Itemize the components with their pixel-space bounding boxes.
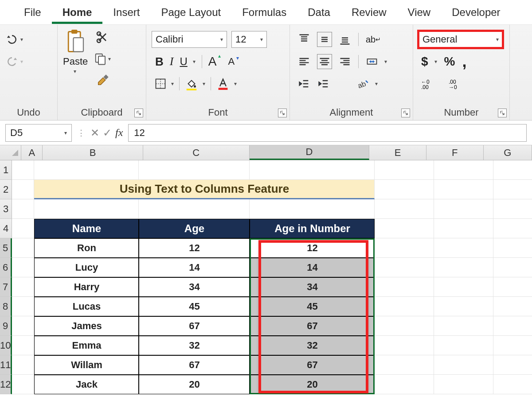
tab-insert[interactable]: Insert [102, 1, 150, 24]
col-header-E[interactable]: E [369, 145, 426, 160]
col-header-B[interactable]: B [43, 145, 143, 160]
borders-icon[interactable] [154, 78, 167, 90]
enter-icon[interactable]: ✓ [103, 127, 112, 139]
tab-data[interactable]: Data [297, 1, 341, 24]
italic-button[interactable]: I [170, 55, 174, 68]
align-right-icon[interactable] [339, 55, 351, 68]
formula-input[interactable]: 12 [128, 124, 527, 142]
row-header-3[interactable]: 3 [0, 199, 12, 219]
percent-icon[interactable]: % [444, 54, 455, 69]
table-cell[interactable]: 67 [139, 316, 250, 336]
format-painter-icon[interactable] [94, 74, 111, 88]
table-cell[interactable]: 45 [139, 297, 250, 316]
table-header-name[interactable]: Name [34, 219, 139, 238]
font-launcher[interactable] [278, 109, 287, 117]
underline-button[interactable]: U [180, 55, 187, 68]
font-color-icon[interactable] [216, 77, 230, 90]
row-header-1[interactable]: 1 [0, 160, 12, 180]
merge-dropdown-icon[interactable]: ▾ [384, 58, 387, 65]
table-cell[interactable]: 45 [250, 297, 375, 316]
copy-icon[interactable] [94, 52, 107, 66]
accounting-dropdown-icon[interactable]: ▾ [434, 58, 437, 65]
increase-indent-icon[interactable] [317, 78, 330, 90]
merge-icon[interactable] [366, 55, 378, 68]
row-header-4[interactable]: 4 [0, 219, 12, 238]
alignment-launcher[interactable] [401, 109, 410, 117]
fill-color-icon[interactable] [185, 77, 198, 90]
row-header-2[interactable]: 2 [0, 180, 12, 199]
wrap-text-icon[interactable]: ab↵ [366, 35, 381, 45]
table-cell[interactable]: Lucas [34, 297, 139, 316]
font-color-dropdown-icon[interactable]: ▾ [234, 81, 237, 87]
table-cell[interactable]: 34 [250, 277, 375, 297]
decrease-font-icon[interactable]: A▾ [228, 56, 235, 67]
orientation-dropdown-icon[interactable]: ▾ [375, 81, 378, 87]
col-header-D[interactable]: D [250, 145, 370, 160]
table-cell[interactable]: Jack [34, 375, 139, 394]
number-launcher[interactable] [498, 109, 507, 117]
orientation-icon[interactable]: ab [356, 78, 369, 90]
table-cell[interactable]: Emma [34, 336, 139, 355]
increase-font-icon[interactable]: A▴ [208, 54, 217, 69]
table-cell[interactable]: 32 [139, 336, 250, 355]
name-box[interactable]: D5 ▾ [5, 124, 72, 142]
tab-file[interactable]: File [13, 1, 52, 24]
table-cell[interactable]: Lucy [34, 258, 139, 277]
col-header-A[interactable]: A [21, 145, 43, 160]
align-top-icon[interactable] [298, 33, 310, 46]
align-middle-icon[interactable] [317, 32, 332, 47]
row-header-11[interactable]: 11 [0, 355, 12, 375]
select-all-corner[interactable] [0, 145, 21, 160]
redo-dropdown-icon[interactable]: ▾ [20, 58, 23, 65]
sheet-title[interactable]: Using Text to Columns Feature [34, 180, 375, 199]
paste-dropdown-icon[interactable]: ▾ [74, 68, 76, 74]
active-cell[interactable]: 12 [250, 238, 375, 258]
table-cell[interactable]: Willam [34, 355, 139, 375]
col-header-F[interactable]: F [426, 145, 484, 160]
table-cell[interactable]: 14 [139, 258, 250, 277]
fx-icon[interactable]: fx [115, 127, 123, 139]
table-cell[interactable]: 32 [250, 336, 375, 355]
tab-home[interactable]: Home [52, 1, 103, 24]
tab-page-layout[interactable]: Page Layout [150, 1, 231, 24]
decrease-decimal-icon[interactable]: .00→0 [449, 78, 466, 90]
row-header-9[interactable]: 9 [0, 316, 12, 336]
cancel-icon[interactable]: ✕ [90, 127, 99, 139]
table-cell[interactable]: Ron [34, 238, 139, 258]
cut-icon[interactable] [94, 30, 111, 44]
undo-icon[interactable] [5, 33, 19, 46]
row-header-7[interactable]: 7 [0, 277, 12, 297]
tab-developer[interactable]: Developer [441, 1, 511, 24]
col-header-C[interactable]: C [143, 145, 250, 160]
undo-dropdown-icon[interactable]: ▾ [20, 36, 23, 43]
borders-dropdown-icon[interactable]: ▾ [171, 81, 174, 87]
table-cell[interactable]: Harry [34, 277, 139, 297]
tab-formulas[interactable]: Formulas [231, 1, 297, 24]
align-bottom-icon[interactable] [339, 33, 351, 46]
row-header-10[interactable]: 10 [0, 336, 12, 355]
paste-label[interactable]: Paste [63, 56, 88, 67]
fill-color-dropdown-icon[interactable]: ▾ [203, 81, 205, 87]
table-cell[interactable]: 34 [139, 277, 250, 297]
row-header-6[interactable]: 6 [0, 258, 12, 277]
table-cell[interactable]: James [34, 316, 139, 336]
align-left-icon[interactable] [298, 55, 310, 68]
underline-dropdown-icon[interactable]: ▾ [193, 58, 196, 65]
col-header-G[interactable]: G [484, 145, 532, 160]
table-cell[interactable]: 12 [139, 238, 250, 258]
table-cell[interactable]: 20 [139, 375, 250, 394]
table-cell[interactable]: 67 [139, 355, 250, 375]
tab-view[interactable]: View [397, 1, 442, 24]
row-header-12[interactable]: 12 [0, 375, 12, 394]
table-cell[interactable]: 14 [250, 258, 375, 277]
paste-icon[interactable] [63, 28, 87, 55]
tab-review[interactable]: Review [341, 1, 397, 24]
row-header-5[interactable]: 5 [0, 238, 12, 258]
redo-icon[interactable] [5, 55, 19, 68]
decrease-indent-icon[interactable] [298, 78, 310, 90]
comma-icon[interactable]: , [462, 52, 466, 71]
bold-button[interactable]: B [155, 55, 164, 69]
row-header-8[interactable]: 8 [0, 297, 12, 316]
table-cell[interactable]: 67 [250, 316, 375, 336]
namebox-dropdown-icon[interactable]: ▾ [64, 130, 67, 136]
